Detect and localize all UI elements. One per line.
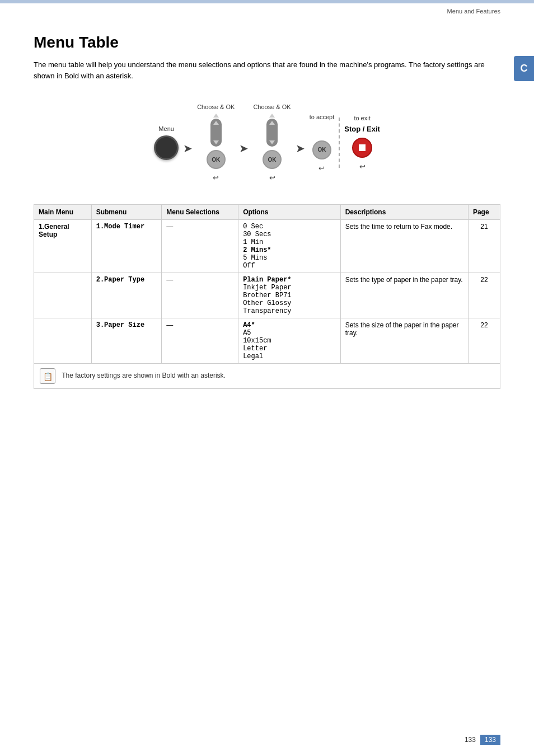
step2-label: Choose & OK (253, 104, 291, 110)
submenu-cell-3: 3.Paper Size (91, 318, 162, 364)
ok-label-3: OK (317, 147, 326, 153)
header-bar: Menu and Features (0, 3, 534, 17)
col-header-selections: Menu Selections (162, 205, 238, 220)
menu-button-block: Menu (154, 125, 179, 160)
table-header-row: Main Menu Submenu Menu Selections Option… (34, 205, 500, 220)
knob-arrow-down-1 (213, 140, 219, 144)
intro-text: The menu table will help you understand … (34, 59, 493, 81)
step3-group: OK ↩ (312, 124, 331, 172)
step1-label: Choose & OK (197, 104, 235, 110)
main-menu-cell-3 (34, 318, 92, 364)
diagram-area: Menu ➤ Choose & OK OK ↩ ➤ Choo (34, 98, 500, 187)
page-cell-3: 22 (468, 318, 500, 364)
step4-label: to exit (354, 115, 370, 121)
submenu-cell-2: 2.Paper Type (91, 273, 162, 318)
note-text: The factory settings are shown in Bold w… (62, 372, 226, 379)
ok-circle-3: OK (312, 140, 331, 159)
arrow-2: ➤ (239, 142, 249, 155)
step3-block: to accept OK ↩ (310, 114, 335, 172)
arrow-3: ➤ (296, 142, 305, 155)
selections-cell-1: — (162, 220, 238, 273)
col-header-page: Page (468, 205, 500, 220)
stop-square-icon (359, 144, 366, 151)
options-cell-2: Plain Paper* Inkjet Paper Brother BP71 O… (238, 273, 341, 318)
options-cell-3: A4* A5 10x15cm Letter Legal (238, 318, 341, 364)
scroll-knob-1 (210, 119, 222, 147)
submenu-cell-1: 1.Mode Timer (91, 220, 162, 273)
options-cell-1: 0 Sec 30 Secs 1 Min 2 Mins* 5 Mins Off (238, 220, 341, 273)
page-cell-1: 21 (468, 220, 500, 273)
selections-cell-2: — (162, 273, 238, 318)
step4-block: to exit Stop / Exit ↩ (344, 115, 380, 171)
page-number-text: 133 (465, 736, 476, 744)
main-content: Menu Table The menu table will help you … (0, 17, 534, 411)
note-row: 📋 The factory settings are shown in Bold… (34, 364, 500, 389)
page-number-area: 133 133 (465, 735, 500, 745)
knob-arrow-down-2 (269, 140, 275, 144)
ok-label-2: OK (268, 157, 277, 163)
note-cell: 📋 The factory settings are shown in Bold… (34, 364, 500, 389)
selections-cell-3: — (162, 318, 238, 364)
main-menu-cell-1: 1.GeneralSetup (34, 220, 92, 273)
menu-table: Main Menu Submenu Menu Selections Option… (34, 204, 500, 389)
col-header-descriptions: Descriptions (340, 205, 468, 220)
menu-circle (154, 135, 179, 160)
col-header-options: Options (238, 205, 341, 220)
dashed-separator (339, 118, 340, 168)
ok-label-1: OK (212, 157, 220, 163)
stop-exit-label: Stop / Exit (344, 125, 380, 133)
step1-block: Choose & OK OK ↩ (197, 104, 235, 182)
section-title: Menu and Features (447, 8, 500, 15)
scroll-tri-up-1 (213, 114, 219, 118)
page-num-box: 133 (480, 735, 500, 745)
desc-cell-3: Sets the size of the paper in the paper … (340, 318, 468, 364)
step2-block: Choose & OK OK ↩ (253, 104, 291, 182)
desc-cell-2: Sets the type of paper in the paper tray… (340, 273, 468, 318)
stop-circle (352, 138, 372, 158)
note-icon: 📋 (40, 368, 55, 384)
menu-label: Menu (158, 125, 174, 132)
bend-arrow-2: ↩ (269, 173, 275, 182)
col-header-main-menu: Main Menu (34, 205, 92, 220)
desc-cell-1: Sets the time to return to Fax mode. (340, 220, 468, 273)
chapter-tab: C (514, 56, 534, 81)
scroll-knob-2 (266, 119, 278, 147)
bend-arrow-1: ↩ (213, 173, 219, 182)
bend-arrow-3: ↩ (318, 164, 325, 172)
page-title: Menu Table (34, 34, 500, 51)
col-header-submenu: Submenu (91, 205, 162, 220)
table-row: 3.Paper Size — A4* A5 10x15cm Letter Leg… (34, 318, 500, 364)
ok-circle-2: OK (263, 150, 282, 169)
step3-label: to accept (310, 114, 335, 120)
step4-group: Stop / Exit ↩ (344, 125, 380, 171)
ok-circle-1: OK (207, 150, 226, 169)
knob-arrow-up-2 (269, 121, 275, 125)
page-cell-2: 22 (468, 273, 500, 318)
table-row: 1.GeneralSetup 1.Mode Timer — 0 Sec 30 S… (34, 220, 500, 273)
scroll-tri-up-2 (269, 114, 275, 118)
step1-group: OK ↩ (207, 114, 226, 182)
arrow-1: ➤ (183, 142, 193, 155)
table-row: 2.Paper Type — Plain Paper* Inkjet Paper… (34, 273, 500, 318)
step2-group: OK ↩ (263, 114, 282, 182)
knob-arrow-up-1 (213, 121, 219, 125)
table-body: 1.GeneralSetup 1.Mode Timer — 0 Sec 30 S… (34, 220, 500, 389)
bend-arrow-4: ↩ (359, 162, 366, 171)
main-menu-cell-2 (34, 273, 92, 318)
